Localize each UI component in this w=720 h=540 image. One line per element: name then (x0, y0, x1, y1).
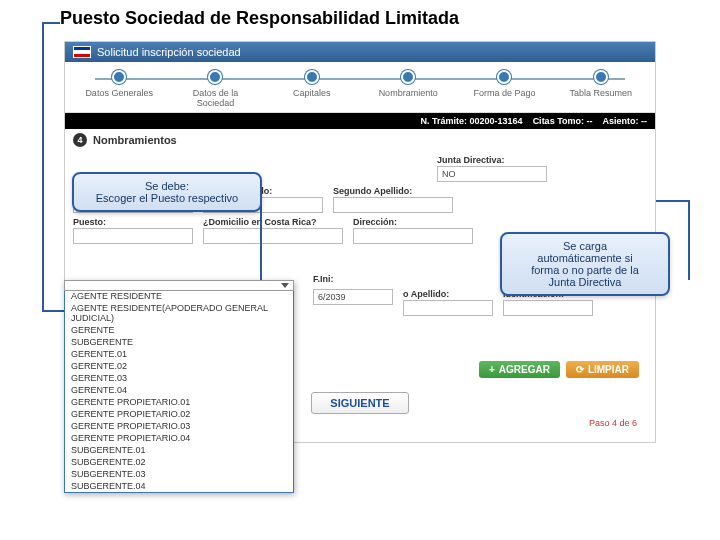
page-title: Puesto Sociedad de Responsabilidad Limit… (0, 0, 720, 41)
step-datos-sociedad[interactable]: Datos de la Sociedad (175, 70, 255, 108)
puesto-input[interactable] (73, 228, 193, 244)
apellido-label: o Apellido: (403, 289, 493, 299)
section-header: 4 Nombramientos (65, 129, 655, 151)
section-number: 4 (73, 133, 87, 147)
chevron-down-icon (281, 283, 289, 288)
status-bar: N. Trámite: 00200-13164 Citas Tomo: -- A… (65, 113, 655, 129)
dropdown-option[interactable]: SUBGERENTE.04 (65, 480, 293, 492)
dropdown-option[interactable]: AGENTE RESIDENTE(APODERADO GENERAL JUDIC… (65, 302, 293, 324)
plus-icon: + (489, 364, 495, 375)
connector (260, 196, 262, 284)
dropdown-option[interactable]: AGENTE RESIDENTE (65, 290, 293, 302)
window-titlebar: Solicitud inscripción sociedad (65, 42, 655, 62)
step-datos-generales[interactable]: Datos Generales (79, 70, 159, 108)
dropdown-option[interactable]: GERENTE.02 (65, 360, 293, 372)
step-forma-pago[interactable]: Forma de Pago (464, 70, 544, 108)
domicilio-input[interactable] (203, 228, 343, 244)
domicilio-label: ¿Domicilio en Costa Rica? (203, 217, 343, 227)
fini-label: F.Ini: (313, 274, 393, 284)
junta-label: Junta Directiva: (437, 155, 547, 165)
agregar-button[interactable]: +AGREGAR (479, 361, 560, 378)
window-title: Solicitud inscripción sociedad (97, 46, 241, 58)
stepper: Datos Generales Datos de la Sociedad Cap… (65, 62, 655, 113)
dropdown-option[interactable]: GERENTE PROPIETARIO.01 (65, 396, 293, 408)
flag-icon (73, 46, 91, 58)
dropdown-option[interactable]: GERENTE (65, 324, 293, 336)
apellido2-input[interactable] (403, 300, 493, 316)
direccion-input[interactable] (353, 228, 473, 244)
connector (42, 310, 66, 312)
junta-directiva-value: NO (437, 166, 547, 182)
segundo-apellido-input[interactable] (333, 197, 453, 213)
limpiar-button[interactable]: ⟳LIMPIAR (566, 361, 639, 378)
dropdown-option[interactable]: GERENTE.03 (65, 372, 293, 384)
dropdown-option[interactable]: GERENTE.04 (65, 384, 293, 396)
direccion-label: Dirección: (353, 217, 473, 227)
step-capitales[interactable]: Capitales (272, 70, 352, 108)
connector (42, 22, 44, 312)
dropdown-option[interactable]: SUBGERENTE.01 (65, 444, 293, 456)
dropdown-option[interactable]: SUBGERENTE.03 (65, 468, 293, 480)
dropdown-option[interactable]: SUBGERENTE (65, 336, 293, 348)
dropdown-option[interactable]: GERENTE PROPIETARIO.03 (65, 420, 293, 432)
puesto-dropdown[interactable]: AGENTE RESIDENTEAGENTE RESIDENTE(APODERA… (64, 280, 294, 493)
siguiente-button[interactable]: SIGUIENTE (311, 392, 408, 414)
puesto-label: Puesto: (73, 217, 193, 227)
dropdown-option[interactable]: GERENTE PROPIETARIO.02 (65, 408, 293, 420)
step-tabla-resumen[interactable]: Tabla Resumen (561, 70, 641, 108)
date-value: 6/2039 (313, 289, 393, 305)
dropdown-option[interactable]: GERENTE PROPIETARIO.04 (65, 432, 293, 444)
segundo-apellido-label: Segundo Apellido: (333, 186, 453, 196)
dropdown-option[interactable]: GERENTE.01 (65, 348, 293, 360)
identificacion-input[interactable] (503, 300, 593, 316)
section-title: Nombramientos (93, 134, 177, 146)
callout-puesto: Se debe: Escoger el Puesto respectivo (72, 172, 262, 212)
dropdown-option[interactable]: SUBGERENTE.02 (65, 456, 293, 468)
step-nombramiento[interactable]: Nombramiento (368, 70, 448, 108)
refresh-icon: ⟳ (576, 364, 584, 375)
connector (688, 200, 690, 280)
callout-junta: Se carga automáticamente si forma o no p… (500, 232, 670, 296)
connector (42, 22, 60, 24)
